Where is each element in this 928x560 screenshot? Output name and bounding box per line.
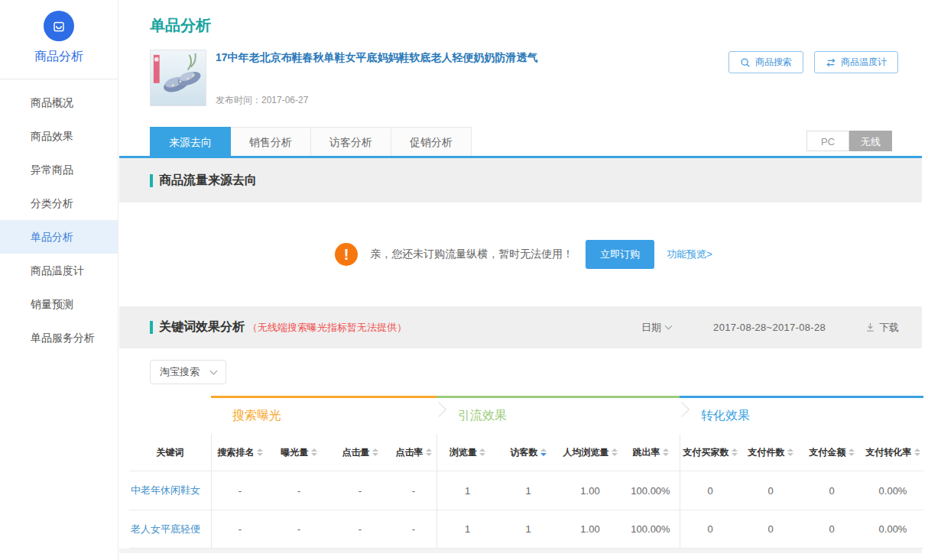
column-header[interactable]: 人均浏览量 (559, 434, 621, 471)
column-header-row: 关键词 搜索排名 曝光量 点击量 点击率 浏览量 访客数 人均浏览量 跳出率 支… (129, 434, 923, 471)
sort-icon[interactable] (787, 448, 793, 456)
keyword-section-note: （无线端搜索曝光指标暂无法提供） (248, 321, 407, 335)
column-header[interactable]: 浏览量 (436, 434, 498, 471)
column-group-title: 搜索曝光 (232, 408, 281, 424)
sidebar-item[interactable]: 商品效果 (0, 119, 118, 153)
order-now-button[interactable]: 立即订购 (586, 240, 654, 269)
value-cell: 0 (801, 471, 862, 510)
table-body: 中老年休闲鞋女 ----111.00100.00%0000.00% 老人女平底轻… (129, 471, 923, 549)
keyword-link[interactable]: 老人女平底轻便 (129, 510, 211, 548)
feature-preview-link[interactable]: 功能预览> (667, 248, 712, 261)
column-header[interactable]: 搜索排名 (211, 434, 268, 471)
value-cell: 0.00% (862, 510, 923, 548)
sort-icon[interactable] (372, 448, 378, 456)
product-thermometer-button[interactable]: 商品温度计 (814, 51, 898, 73)
sort-icon[interactable] (914, 448, 920, 456)
product-search-button[interactable]: 商品搜索 (728, 51, 803, 73)
sort-icon[interactable] (311, 448, 317, 456)
swap-icon (826, 58, 836, 67)
device-toggle-option[interactable]: PC (806, 131, 849, 151)
column-header[interactable]: 支付金额 (801, 434, 862, 471)
value-cell: 0 (680, 471, 740, 510)
search-icon (740, 57, 751, 68)
page-bottom-strip (119, 549, 922, 553)
sidebar-item[interactable]: 销量预测 (0, 287, 118, 321)
main-content: 单品分析 17中年老北京布鞋春秋单鞋女平底妈妈鞋软底老人轻便奶奶防滑透气 发布时… (119, 0, 928, 560)
column-group: 搜索曝光 (211, 396, 436, 434)
sidebar-title: 商品分析 (0, 49, 118, 65)
value-cell: - (211, 471, 268, 510)
value-cell: 1 (498, 510, 559, 548)
value-cell: - (329, 510, 391, 548)
sort-icon[interactable] (732, 448, 738, 456)
flow-section-title: 商品流量来源去向 (150, 173, 257, 189)
chevron-down-icon (665, 322, 673, 330)
value-cell: - (391, 510, 436, 548)
product-image[interactable] (150, 50, 206, 106)
download-button[interactable]: 下载 (865, 321, 899, 335)
tab-label: 访客分析 (329, 136, 372, 148)
column-header-label: 点击率 (396, 446, 423, 459)
sidebar-item-label: 分类分析 (31, 197, 73, 209)
sidebar-item[interactable]: 异常商品 (0, 153, 118, 186)
date-range-value[interactable]: 2017-08-28~2017-08-28 (713, 322, 826, 333)
sidebar-item-label: 单品分析 (31, 231, 73, 243)
column-header[interactable]: 点击量 (329, 434, 391, 471)
sort-icon[interactable] (257, 448, 263, 456)
sidebar-item-label: 商品概况 (31, 96, 73, 108)
keyword-link[interactable]: 中老年休闲鞋女 (129, 471, 211, 510)
sidebar-item-label: 商品温度计 (31, 264, 84, 277)
column-header-label: 人均浏览量 (563, 446, 609, 459)
column-header-label: 浏览量 (449, 446, 477, 459)
chevron-down-icon (210, 367, 218, 374)
sort-icon[interactable] (426, 448, 432, 456)
group-header-row: 搜索曝光引流效果转化效果 (129, 396, 923, 434)
product-title-link[interactable]: 17中年老北京布鞋春秋单鞋女平底妈妈鞋软底老人轻便奶奶防滑透气 (216, 51, 538, 65)
sort-icon[interactable] (612, 448, 618, 456)
column-header[interactable]: 访客数 (498, 434, 559, 471)
warning-icon: ! (335, 243, 358, 266)
sidebar-item[interactable]: 商品温度计 (0, 254, 118, 287)
sort-icon[interactable] (479, 448, 485, 456)
sort-icon[interactable] (540, 448, 547, 456)
column-header[interactable]: 跳出率 (621, 434, 680, 471)
section-accent-bar (150, 321, 153, 334)
sidebar-header[interactable]: 商品分析 (0, 0, 118, 79)
value-cell: 1.00 (559, 471, 621, 510)
column-header[interactable]: 支付转化率 (862, 434, 923, 471)
tab[interactable]: 访客分析 (311, 127, 391, 156)
section-accent-bar (150, 174, 153, 187)
column-header[interactable]: 点击率 (391, 434, 436, 471)
sidebar-item[interactable]: 单品分析 (0, 220, 118, 254)
publish-time: 发布时间：2017-06-27 (216, 94, 538, 107)
sidebar-item-label: 销量预测 (31, 298, 73, 310)
flow-section-header: 商品流量来源去向 (119, 158, 922, 202)
sort-icon[interactable] (663, 448, 669, 456)
column-group: 转化效果 (680, 396, 923, 434)
group-spacer (129, 396, 211, 434)
value-cell: 0.00% (862, 471, 923, 510)
column-group: 引流效果 (436, 396, 680, 434)
column-header[interactable]: 支付买家数 (680, 434, 740, 471)
value-cell: 0 (740, 471, 801, 510)
sort-icon[interactable] (849, 448, 855, 456)
tab-label: 销售分析 (249, 136, 292, 148)
column-header[interactable]: 曝光量 (268, 434, 329, 471)
tab[interactable]: 来源去向 (150, 127, 231, 156)
table-row: 中老年休闲鞋女 ----111.00100.00%0000.00% (129, 471, 923, 510)
date-type-dropdown[interactable]: 日期 (641, 321, 671, 335)
value-cell: - (391, 471, 436, 510)
column-header[interactable]: 支付件数 (740, 434, 801, 471)
device-toggle-option[interactable]: 无线 (849, 131, 892, 151)
tab[interactable]: 销售分析 (231, 127, 311, 156)
date-type-label: 日期 (641, 321, 661, 335)
tab[interactable]: 促销分析 (391, 127, 472, 156)
sidebar-item[interactable]: 商品概况 (0, 86, 118, 119)
sidebar-item[interactable]: 单品服务分析 (0, 321, 118, 354)
column-header-label: 访客数 (511, 446, 538, 459)
keyword-section-header: 关键词效果分析 （无线端搜索曝光指标暂无法提供） 日期 2017-08-28~2… (119, 306, 922, 348)
source-filter-select[interactable]: 淘宝搜索 (150, 360, 226, 384)
sidebar-item[interactable]: 分类分析 (0, 186, 118, 220)
value-cell: 1 (436, 510, 498, 548)
source-filter-value: 淘宝搜索 (160, 365, 200, 379)
